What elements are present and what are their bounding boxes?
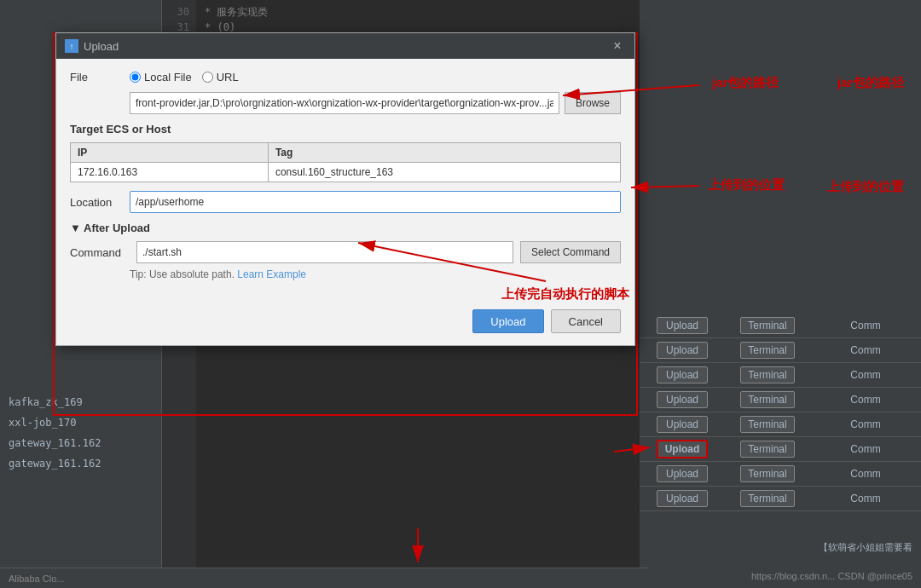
tag-cell: consul.160_structure_163 [268, 163, 620, 182]
table-row: Upload Terminal Comm [640, 487, 921, 511]
upload-button[interactable]: Upload [657, 465, 708, 482]
table-row: Upload Terminal Comm [640, 412, 921, 437]
dialog-footer: Upload Cancel [56, 303, 634, 345]
location-input[interactable] [130, 191, 621, 213]
terminal-button[interactable]: Terminal [740, 317, 794, 334]
url-radio-label[interactable]: URL [202, 71, 239, 84]
tag-column-header: Tag [268, 143, 620, 163]
local-file-radio[interactable] [130, 72, 141, 83]
upload-submit-button[interactable]: Upload [472, 309, 543, 333]
local-file-radio-label[interactable]: Local File [130, 71, 192, 84]
right-panel: jar包的路径 上传到的位置 Upload Terminal Comm Uplo… [640, 0, 921, 588]
command-input[interactable] [136, 241, 513, 263]
upload-dialog: ↑ Upload × File Local File URL [55, 32, 635, 346]
terminal-button[interactable]: Terminal [740, 490, 794, 507]
upload-button[interactable]: Upload [657, 490, 708, 507]
tip-row: Tip: Use absolute path. Learn Example [70, 268, 621, 280]
ecs-table-row: 172.16.0.163 consul.160_structure_163 [71, 163, 621, 182]
upload-cell[interactable]: Upload [640, 314, 725, 337]
command-row: Command Select Command [70, 241, 621, 263]
close-button[interactable]: × [609, 38, 626, 54]
csdn-banner: 【软萌省小姐姐需要看 [819, 541, 912, 554]
dialog-body: File Local File URL Browse Targe [56, 59, 634, 303]
upload-button[interactable]: Upload [657, 391, 708, 408]
file-input-row: Browse [130, 92, 621, 114]
list-item[interactable]: kafka_zk_169 [0, 392, 161, 412]
jar-path-annotation: jar包的路径 [837, 75, 904, 91]
upload-location-annotation: 上传到的位置 [827, 179, 904, 195]
browse-button[interactable]: Browse [565, 92, 621, 114]
list-item[interactable]: gateway_161.162 [0, 453, 161, 474]
ip-cell: 172.16.0.163 [71, 163, 269, 182]
table-row: Upload Terminal Comm [640, 363, 921, 388]
bottom-bar: Alibaba Clo... [0, 568, 648, 588]
tip-text: Tip: Use absolute path. [70, 268, 235, 280]
table-row: Upload Terminal Comm [640, 388, 921, 412]
table-row: Upload Terminal Comm [640, 314, 921, 338]
terminal-cell[interactable]: Terminal [725, 314, 810, 337]
table-row: Upload Terminal Comm [640, 338, 921, 363]
url-radio[interactable] [202, 72, 213, 83]
dialog-title: ↑ Upload [65, 39, 119, 53]
location-label: Location [70, 196, 130, 209]
terminal-button[interactable]: Terminal [740, 391, 794, 408]
table-row: Upload Terminal Comm [640, 462, 921, 487]
upload-button[interactable]: Upload [657, 366, 708, 383]
terminal-button[interactable]: Terminal [740, 416, 794, 433]
list-item[interactable]: gateway_161.162 [0, 433, 161, 453]
list-item[interactable]: xxl-job_170 [0, 412, 161, 433]
watermark: https://blog.csdn.n... CSDN @prince05 [751, 571, 912, 581]
command-label: Command [70, 246, 130, 259]
terminal-button[interactable]: Terminal [740, 441, 794, 458]
file-path-input[interactable] [130, 92, 559, 114]
dialog-titlebar: ↑ Upload × [56, 33, 634, 59]
right-table: Upload Terminal Comm Upload Terminal Com… [640, 314, 921, 511]
url-label: URL [217, 71, 239, 84]
local-file-label: Local File [144, 71, 192, 84]
learn-example-link[interactable]: Learn Example [237, 268, 306, 280]
upload-button-highlighted[interactable]: Upload [657, 440, 709, 458]
target-section-label: Target ECS or Host [70, 123, 621, 135]
dialog-title-text: Upload [84, 40, 119, 53]
cancel-button[interactable]: Cancel [551, 309, 621, 333]
file-path-row: Browse [70, 92, 621, 114]
file-label: File [70, 71, 130, 84]
ecs-table: IP Tag 172.16.0.163 consul.160_structure… [70, 142, 621, 182]
target-section: Target ECS or Host IP Tag 172.16.0.163 c… [70, 123, 621, 182]
upload-button[interactable]: Upload [657, 416, 708, 433]
select-command-button[interactable]: Select Command [520, 241, 621, 263]
location-row: Location [70, 191, 621, 213]
alibaba-cloud-text: Alibaba Clo... [9, 574, 64, 584]
ip-column-header: IP [71, 143, 269, 163]
comm-cell[interactable]: Comm [810, 314, 921, 337]
file-row: File Local File URL [70, 71, 621, 84]
file-type-radio-group: Local File URL [130, 71, 239, 84]
after-upload-header: ▼ After Upload [70, 222, 621, 234]
table-row-highlighted: Upload Terminal Comm [640, 437, 921, 462]
upload-icon-label: ↑ [70, 42, 74, 51]
upload-button[interactable]: Upload [657, 317, 708, 334]
dialog-upload-icon: ↑ [65, 39, 78, 53]
terminal-button[interactable]: Terminal [740, 465, 794, 482]
upload-button[interactable]: Upload [657, 342, 708, 359]
terminal-button[interactable]: Terminal [740, 342, 794, 359]
terminal-button[interactable]: Terminal [740, 366, 794, 383]
after-upload-section: ▼ After Upload Command Select Command Ti… [70, 222, 621, 280]
